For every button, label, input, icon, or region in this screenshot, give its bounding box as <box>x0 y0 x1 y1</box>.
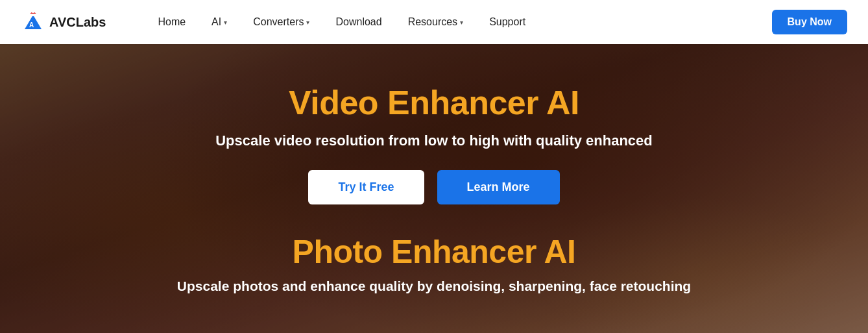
nav-ai-label: AI <box>211 16 221 28</box>
learn-more-button[interactable]: Learn More <box>437 170 560 204</box>
nav-links: Home AI ▾ Converters ▾ Download Resource… <box>145 0 771 44</box>
nav-item-support[interactable]: Support <box>476 0 538 44</box>
nav-resources-label: Resources <box>408 16 457 28</box>
nav-item-download[interactable]: Download <box>322 0 394 44</box>
logo[interactable]: A AVCLabs <box>21 10 106 34</box>
nav-converters-label: Converters <box>253 16 304 28</box>
hero-title-photo: Photo Enhancer AI <box>177 233 691 271</box>
nav-item-home[interactable]: Home <box>145 0 199 44</box>
try-it-free-label: Try It Free <box>338 180 394 193</box>
learn-more-label: Learn More <box>467 180 530 193</box>
nav-item-ai[interactable]: AI ▾ <box>199 0 240 44</box>
logo-icon: A <box>21 10 45 34</box>
hero-subtitle-photo: Upscale photos and enhance quality by de… <box>177 278 691 294</box>
navbar: A AVCLabs Home AI ▾ Converters ▾ Downloa… <box>0 0 868 44</box>
svg-text:A: A <box>29 21 34 29</box>
nav-home-label: Home <box>158 16 186 28</box>
buy-now-button[interactable]: Buy Now <box>772 10 847 34</box>
logo-text: AVCLabs <box>49 15 106 30</box>
nav-right: Buy Now <box>772 10 847 34</box>
nav-support-label: Support <box>489 16 525 28</box>
svg-rect-2 <box>26 14 40 16</box>
nav-item-resources[interactable]: Resources ▾ <box>395 0 476 44</box>
chevron-down-icon-2: ▾ <box>306 19 309 26</box>
nav-download-label: Download <box>335 16 381 28</box>
chevron-down-icon-3: ▾ <box>460 19 463 26</box>
hero-content: Video Enhancer AI Upscale video resoluti… <box>164 83 704 294</box>
buy-now-label: Buy Now <box>788 16 832 27</box>
hero-buttons: Try It Free Learn More <box>177 170 691 204</box>
try-it-free-button[interactable]: Try It Free <box>308 170 424 204</box>
hero-subtitle-video: Upscale video resolution from low to hig… <box>177 132 691 149</box>
nav-item-converters[interactable]: Converters ▾ <box>240 0 322 44</box>
chevron-down-icon: ▾ <box>224 19 227 26</box>
hero-title-video: Video Enhancer AI <box>177 83 691 122</box>
hero-section: Video Enhancer AI Upscale video resoluti… <box>0 44 868 333</box>
